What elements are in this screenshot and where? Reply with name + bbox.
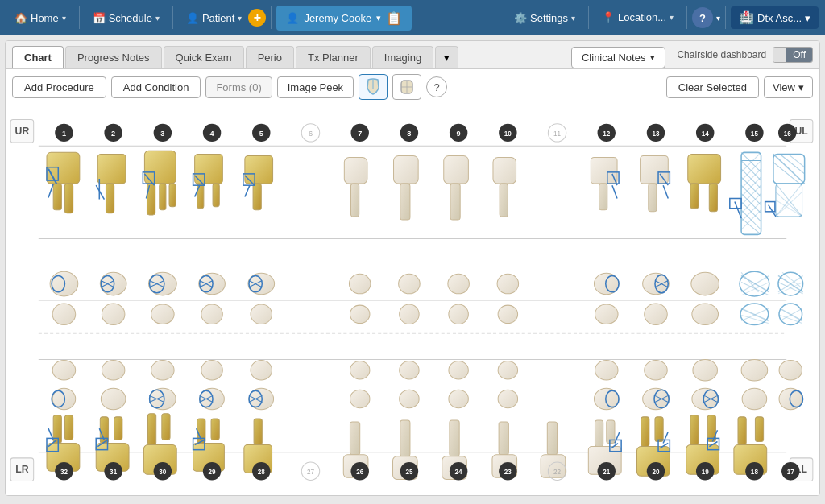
svg-point-211 xyxy=(150,388,176,410)
svg-point-205 xyxy=(693,359,718,381)
svg-rect-120 xyxy=(773,154,805,184)
location-chevron: ▾ xyxy=(670,12,674,23)
tab-progress-notes[interactable]: Progress Notes xyxy=(65,46,162,68)
svg-point-18 xyxy=(55,124,73,142)
svg-point-190 xyxy=(779,304,802,325)
clear-selected-button[interactable]: Clear Selected xyxy=(666,76,759,98)
svg-text:9: 9 xyxy=(457,130,461,138)
add-condition-button[interactable]: Add Condition xyxy=(111,76,201,98)
svg-point-207 xyxy=(779,360,802,379)
svg-point-156 xyxy=(606,275,619,291)
svg-point-179 xyxy=(350,305,369,323)
schedule-icon: 📅 xyxy=(93,12,106,24)
svg-point-133 xyxy=(50,271,78,296)
svg-point-201 xyxy=(449,361,468,378)
svg-point-168 xyxy=(778,272,803,295)
svg-line-115 xyxy=(741,193,761,213)
help-chevron: ▾ xyxy=(716,14,720,23)
dtx-nav[interactable]: 🏥 Dtx Asc... ▾ xyxy=(731,6,819,29)
toolbar: Add Procedure Add Condition Forms (0) Im… xyxy=(6,69,819,105)
tab-quick-exam[interactable]: Quick Exam xyxy=(164,46,244,68)
svg-line-130 xyxy=(776,192,802,217)
svg-rect-90 xyxy=(607,172,619,184)
svg-point-196 xyxy=(151,360,175,379)
svg-text:UR: UR xyxy=(15,126,30,137)
svg-line-159 xyxy=(655,281,668,287)
svg-line-116 xyxy=(741,202,761,221)
schedule-nav[interactable]: 📅 Schedule ▾ xyxy=(85,7,168,29)
svg-text:15: 15 xyxy=(751,130,759,138)
svg-rect-119 xyxy=(730,198,741,208)
svg-line-109 xyxy=(741,218,761,234)
location-nav[interactable]: 📍 Location... ▾ xyxy=(594,6,682,30)
patient-name-button[interactable]: 👤 Jeremy Cooke ▾ 📋 xyxy=(276,6,412,31)
svg-rect-280 xyxy=(655,417,663,442)
tooth-top-svg xyxy=(400,78,414,96)
svg-rect-254 xyxy=(143,445,176,475)
svg-point-44 xyxy=(696,124,714,142)
settings-nav[interactable]: ⚙️ Settings ▾ xyxy=(506,7,583,29)
tooth-top-icon-button[interactable] xyxy=(392,74,421,100)
chart-svg: UR UL LR LL 1 xyxy=(6,105,819,495)
chart-help-button[interactable]: ? xyxy=(426,76,447,97)
svg-rect-265 xyxy=(400,420,410,456)
svg-line-105 xyxy=(741,185,761,204)
svg-line-112 xyxy=(741,169,761,188)
svg-line-235 xyxy=(704,395,717,402)
svg-line-214 xyxy=(150,395,164,402)
svg-text:22: 22 xyxy=(553,469,562,476)
svg-text:17: 17 xyxy=(787,469,795,476)
svg-rect-61 xyxy=(147,184,155,215)
svg-text:3: 3 xyxy=(160,130,164,138)
svg-text:20: 20 xyxy=(652,469,660,476)
svg-rect-256 xyxy=(211,419,219,440)
svg-point-184 xyxy=(645,304,668,325)
svg-rect-60 xyxy=(144,151,176,184)
toggle-on xyxy=(773,48,786,62)
chairside-toggle[interactable]: Off xyxy=(773,47,813,63)
svg-point-135 xyxy=(100,272,126,295)
home-icon: 🏠 xyxy=(15,12,27,24)
svg-point-238 xyxy=(779,388,802,410)
patient-name-chevron: ▾ xyxy=(376,13,381,23)
svg-line-93 xyxy=(660,174,668,185)
svg-rect-267 xyxy=(450,420,459,456)
svg-line-137 xyxy=(101,281,114,287)
tab-chart[interactable]: Chart xyxy=(12,46,64,68)
svg-point-304 xyxy=(301,462,319,480)
svg-line-104 xyxy=(741,177,761,196)
clinical-notes-button[interactable]: Clinical Notes ▾ xyxy=(571,47,665,68)
svg-point-182 xyxy=(498,305,517,323)
nav-sep-1 xyxy=(79,6,80,29)
view-button[interactable]: View ▾ xyxy=(764,76,813,98)
add-patient-button[interactable]: + xyxy=(248,9,266,27)
svg-rect-68 xyxy=(197,184,204,209)
svg-text:12: 12 xyxy=(603,130,611,138)
svg-rect-50 xyxy=(47,152,80,184)
svg-rect-97 xyxy=(690,184,699,209)
help-button[interactable]: ? xyxy=(692,7,713,28)
image-peek-button[interactable]: Image Peek xyxy=(277,76,354,98)
add-procedure-button[interactable]: Add Procedure xyxy=(12,76,106,98)
tab-more[interactable]: ▾ xyxy=(435,46,458,68)
forms-button[interactable]: Forms (0) xyxy=(205,76,272,98)
svg-rect-81 xyxy=(400,184,410,220)
svg-point-225 xyxy=(449,390,468,407)
svg-point-42 xyxy=(647,124,665,142)
svg-line-75 xyxy=(245,176,255,185)
svg-rect-253 xyxy=(162,414,170,440)
home-nav[interactable]: 🏠 Home ▾ xyxy=(6,7,74,29)
tooth-chart: UR UL LR LL 1 xyxy=(6,105,819,495)
svg-rect-270 xyxy=(492,455,517,478)
svg-line-117 xyxy=(741,210,761,229)
svg-point-239 xyxy=(790,390,802,407)
tab-imaging[interactable]: Imaging xyxy=(372,46,433,68)
svg-rect-57 xyxy=(106,184,114,213)
tab-perio[interactable]: Perio xyxy=(246,46,294,68)
tooth-front-icon-button[interactable] xyxy=(359,74,388,100)
tab-tx-planner[interactable]: Tx Planner xyxy=(296,46,371,68)
patient-nav[interactable]: 👤 Patient ▾ xyxy=(178,7,250,29)
svg-rect-74 xyxy=(253,184,261,210)
svg-line-232 xyxy=(655,395,668,402)
svg-rect-290 xyxy=(707,438,719,449)
